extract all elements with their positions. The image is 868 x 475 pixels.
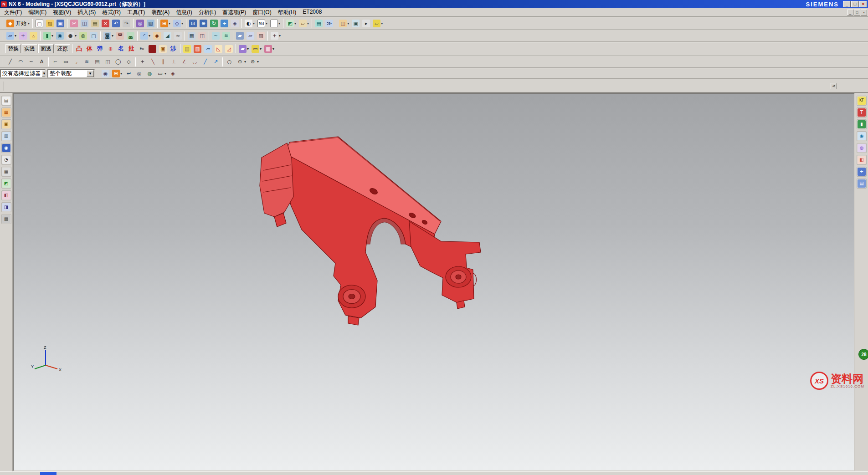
batch-macro-icon[interactable]: 批	[127, 44, 136, 54]
mirror-curve-tool-icon[interactable]: ◫	[103, 57, 113, 66]
menu-preferences[interactable]: 首选项(P)	[219, 8, 249, 17]
fillet-tool-icon[interactable]: ◞	[72, 57, 81, 66]
start-menu-button-icon[interactable]: ◆开始▾	[5, 19, 31, 28]
draft-icon[interactable]: ◢	[163, 31, 172, 41]
intersect-icon[interactable]: ◛	[126, 31, 135, 41]
circle-tool-icon[interactable]: ○	[225, 57, 234, 66]
layer-yellow-tool-icon[interactable]: ▤	[182, 44, 192, 54]
tangent-constraint-tool-icon[interactable]: ◡	[190, 57, 200, 66]
mdi-close-button[interactable]: ×	[861, 10, 867, 15]
previous-selection-icon[interactable]: ↩	[124, 69, 134, 78]
hole-icon[interactable]: ●▾	[66, 31, 77, 41]
angle-constraint-tool-icon[interactable]: ∠	[180, 57, 189, 66]
dropdown-arrow-icon[interactable]: ▾	[28, 21, 30, 26]
menu-format[interactable]: 格式(R)	[99, 8, 124, 17]
unite-icon[interactable]: ◙▾	[103, 31, 114, 41]
snap-point-icon[interactable]: ⊞▾	[159, 19, 171, 28]
layer-red-tool-icon[interactable]: ▥	[193, 44, 202, 54]
bracket-part-model[interactable]	[251, 132, 506, 337]
operation-navigator-tab[interactable]: ▥	[1, 131, 11, 141]
m-box-tool-icon[interactable]: ▦▾	[263, 44, 275, 54]
triangle-ruler-tool-icon[interactable]: ◺	[214, 44, 223, 54]
toolbar-drag-handle[interactable]	[2, 19, 3, 28]
rectangle-selection-icon[interactable]: ▭▾	[155, 69, 167, 78]
close-button[interactable]: ×	[859, 1, 867, 7]
dropdown-arrow-icon[interactable]: ▾	[381, 21, 383, 26]
manufacturing-wizards-tab[interactable]: ◧	[1, 190, 11, 200]
touch-mode-icon[interactable]: ▧	[146, 19, 155, 28]
text-note-tab[interactable]: T	[857, 107, 867, 117]
notification-badge[interactable]: 28	[858, 349, 868, 360]
edit-object-display-icon[interactable]: ▣	[351, 19, 360, 28]
nx-app-icon[interactable]: N	[1, 1, 7, 7]
pan-view-icon[interactable]: +	[220, 19, 229, 28]
constraint-navigator-tab[interactable]: ▦	[1, 107, 11, 117]
internet-explorer-tab[interactable]: ◉	[1, 143, 11, 153]
dropdown-arrow-icon[interactable]: ▾	[278, 21, 280, 26]
rendering-style-icon[interactable]: ◐▾	[244, 19, 256, 28]
perspective-view-icon[interactable]: ◈	[230, 19, 240, 28]
part-navigator-tab[interactable]: ▣	[1, 119, 11, 129]
dock-drag-handle[interactable]	[3, 82, 4, 91]
orient-view-icon[interactable]: ◇▾	[172, 19, 184, 28]
subtract-icon[interactable]: ◚	[115, 31, 125, 41]
dropdown-arrow-icon[interactable]: ▾	[51, 34, 53, 38]
wave-geometry-linker-icon[interactable]: ≫	[324, 19, 334, 28]
ruler-icon[interactable]: ▱▾	[372, 19, 384, 28]
mount-macro-icon[interactable]: 凸	[74, 44, 84, 54]
toolbar-drag-handle[interactable]	[2, 57, 3, 66]
assembly-constraints-icon[interactable]: ▤	[314, 19, 324, 28]
dropdown-arrow-icon[interactable]: ▾	[112, 34, 113, 38]
assembly-navigator-tab[interactable]: ▤	[1, 96, 11, 106]
dropdown-arrow-icon[interactable]: ▾	[164, 72, 166, 76]
menu-window[interactable]: 窗口(O)	[249, 8, 274, 17]
pattern-feature-icon[interactable]: ▦	[187, 31, 196, 41]
paste-icon[interactable]: ▤	[90, 19, 100, 28]
quick-trim-tool-icon[interactable]: ╱	[200, 57, 210, 66]
studio-spline-tool-icon[interactable]: ∼	[26, 57, 36, 66]
kf-navigator-tab[interactable]: KF	[857, 96, 867, 106]
menu-analysis[interactable]: 分析(L)	[195, 8, 220, 17]
save-icon[interactable]: ▣	[56, 19, 65, 28]
select-options-icon[interactable]: ⊞▾	[111, 69, 123, 78]
menu-file[interactable]: 文件(F)	[1, 8, 25, 17]
offset-region-icon[interactable]: ▱	[246, 31, 255, 41]
paint-bucket-tab[interactable]: ◧	[857, 155, 867, 165]
dropdown-arrow-icon[interactable]: ▾	[247, 47, 249, 51]
solid-transparency-button[interactable]: 实透	[22, 44, 37, 53]
dropdown-arrow-icon[interactable]: ▼	[87, 70, 94, 77]
toolbar-drag-handle[interactable]	[2, 31, 3, 41]
highlight-toggle-icon[interactable]: ◍	[145, 69, 154, 78]
datum-plane-icon[interactable]: ▱▾	[5, 31, 17, 41]
layers-tab[interactable]: ▤	[857, 179, 867, 189]
dock-scroll-left-button[interactable]: <	[831, 83, 837, 89]
work-view-selector-icon[interactable]: M3▾	[257, 19, 268, 28]
fit-view-icon[interactable]: ⊡	[188, 19, 198, 28]
quickpick-icon[interactable]: ◈	[168, 69, 178, 78]
dropdown-arrow-icon[interactable]: ▾	[260, 47, 262, 51]
measure-distance-icon[interactable]: ◫▾	[338, 19, 350, 28]
parallel-constraint-tool-icon[interactable]: ∥	[159, 57, 168, 66]
point-dialog-icon[interactable]: +▾	[270, 31, 282, 41]
dropdown-arrow-icon[interactable]: ▾	[253, 21, 255, 26]
swept-icon[interactable]: ∼	[211, 31, 221, 41]
ruler-tool-icon[interactable]: ▭▾	[251, 44, 262, 54]
zoom-in-out-icon[interactable]: ⊕	[199, 19, 208, 28]
perpendicular-constraint-tool-icon[interactable]: ⊥	[169, 57, 179, 66]
cut-icon[interactable]: ✂	[69, 19, 79, 28]
maximize-button[interactable]: □	[851, 1, 859, 7]
dropdown-arrow-icon[interactable]: ▾	[149, 34, 150, 38]
menu-tools[interactable]: 工具(T)	[124, 8, 148, 17]
menu-information[interactable]: 信息(I)	[173, 8, 195, 17]
dropdown-arrow-icon[interactable]: ▼	[42, 70, 46, 77]
dropdown-arrow-icon[interactable]: ▾	[347, 21, 349, 26]
delete-icon[interactable]: ×	[101, 19, 110, 28]
snap-toggle-icon[interactable]: ◎	[134, 69, 144, 78]
extrude-icon[interactable]: ▮▾	[42, 31, 54, 41]
arc-tool-icon[interactable]: ◠	[16, 57, 26, 66]
chamfer-icon[interactable]: ◆	[152, 31, 162, 41]
roles-tab[interactable]: ◨	[1, 202, 11, 212]
thread-icon[interactable]: ≈	[173, 31, 183, 41]
menu-et2008[interactable]: ET2008	[299, 8, 325, 17]
taskbar-button-fragment[interactable]	[40, 472, 56, 475]
